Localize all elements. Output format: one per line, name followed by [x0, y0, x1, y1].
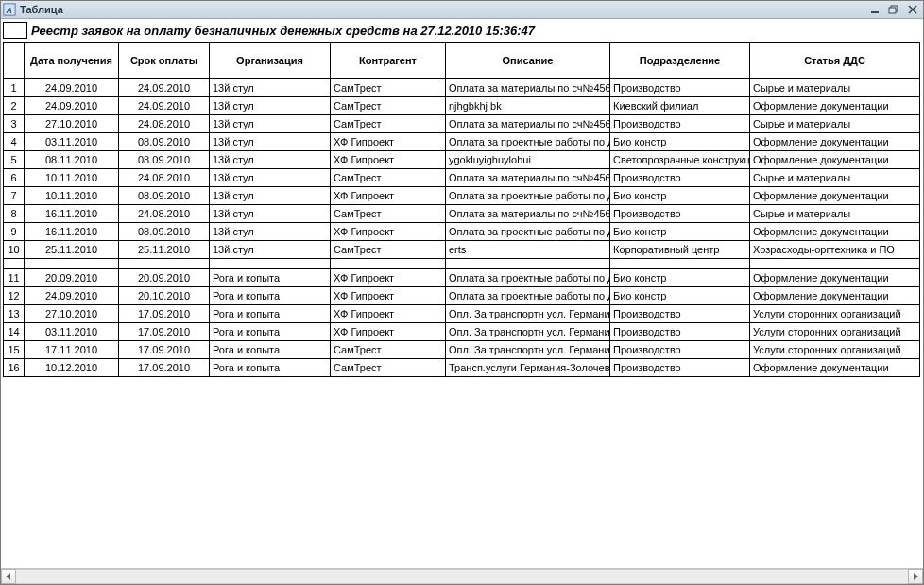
cell-due[interactable]: 24.08.2010	[119, 115, 210, 133]
cell-idx[interactable]: 12	[4, 287, 25, 305]
cell-received[interactable]: 25.11.2010	[25, 241, 119, 259]
cell-due[interactable]: 24.08.2010	[119, 169, 210, 187]
cell-desc[interactable]: Оплата за проектные работы по д	[446, 223, 610, 241]
table-row[interactable]: 816.11.201024.08.201013й стулСамТрестОпл…	[4, 205, 920, 223]
cell-dept[interactable]: Био констр	[610, 269, 750, 287]
cell-counterparty[interactable]: СамТрест	[331, 115, 446, 133]
cell-received[interactable]: 10.12.2010	[25, 359, 119, 377]
cell-dds[interactable]: Услуги сторонних организаций	[750, 341, 920, 359]
table-row[interactable]: 224.09.201024.09.201013й стулСамТрестnjh…	[4, 97, 920, 115]
cell-dds[interactable]: Сырье и материалы	[750, 169, 920, 187]
cell-desc[interactable]: Оплата за материалы по сч№456	[446, 205, 610, 223]
table-row[interactable]: 1224.09.201020.10.2010Рога и копытаХФ Ги…	[4, 287, 920, 305]
cell-org[interactable]: Рога и копыта	[210, 341, 331, 359]
cell-received[interactable]: 27.10.2010	[25, 115, 119, 133]
cell-org[interactable]: 13й стул	[210, 151, 331, 169]
table-row[interactable]: 710.11.201008.09.201013й стулХФ Гипроект…	[4, 187, 920, 205]
cell-dds[interactable]: Оформление документации	[750, 223, 920, 241]
cell-counterparty[interactable]: ХФ Гипроект	[331, 223, 446, 241]
cell-received[interactable]: 27.10.2010	[25, 305, 119, 323]
cell-due[interactable]: 17.09.2010	[119, 305, 210, 323]
cell-received[interactable]: 16.11.2010	[25, 205, 119, 223]
cell-org[interactable]: 13й стул	[210, 223, 331, 241]
report-handle[interactable]	[3, 22, 27, 39]
cell-desc[interactable]: Оплата за проектные работы по д	[446, 133, 610, 151]
cell-idx[interactable]: 10	[4, 241, 25, 259]
cell-dds[interactable]: Оформление документации	[750, 187, 920, 205]
close-button[interactable]	[904, 3, 921, 16]
cell-dept[interactable]: Светопрозрачные конструкц	[610, 151, 750, 169]
cell-due[interactable]: 24.08.2010	[119, 205, 210, 223]
cell-org[interactable]: Рога и копыта	[210, 359, 331, 377]
cell-desc[interactable]: Оплата за материалы по сч№456	[446, 169, 610, 187]
cell-idx[interactable]: 14	[4, 323, 25, 341]
cell-desc[interactable]: Оплата за материалы по сч№456	[446, 115, 610, 133]
cell-dds[interactable]: Оформление документации	[750, 359, 920, 377]
cell-counterparty[interactable]: ХФ Гипроект	[331, 305, 446, 323]
cell-org[interactable]: 13й стул	[210, 169, 331, 187]
cell-received[interactable]: 24.09.2010	[25, 79, 119, 97]
col-received[interactable]: Дата получения	[25, 43, 119, 79]
cell-dept[interactable]: Био констр	[610, 287, 750, 305]
cell-counterparty[interactable]: СамТрест	[331, 241, 446, 259]
cell-dept[interactable]: Производство	[610, 323, 750, 341]
table-row[interactable]: 610.11.201024.08.201013й стулСамТрестОпл…	[4, 169, 920, 187]
cell-desc[interactable]: ygokluyighuylohui	[446, 151, 610, 169]
cell-dept[interactable]: Киевский филиал	[610, 97, 750, 115]
cell-org[interactable]: 13й стул	[210, 187, 331, 205]
cell-dept[interactable]: Производство	[610, 115, 750, 133]
minimize-button[interactable]	[866, 3, 883, 16]
col-desc[interactable]: Описание	[446, 43, 610, 79]
cell-received[interactable]: 10.11.2010	[25, 187, 119, 205]
cell-desc[interactable]: erts	[446, 241, 610, 259]
restore-button[interactable]	[885, 3, 902, 16]
cell-received[interactable]: 08.11.2010	[25, 151, 119, 169]
table-row[interactable]: 124.09.201024.09.201013й стулСамТрестОпл…	[4, 79, 920, 97]
cell-desc[interactable]: Опл. За транспортн усл. Германи	[446, 305, 610, 323]
horizontal-scrollbar[interactable]	[1, 568, 923, 584]
cell-counterparty[interactable]: СамТрест	[331, 205, 446, 223]
titlebar[interactable]: A Таблица	[1, 1, 923, 19]
cell-dept[interactable]: Производство	[610, 205, 750, 223]
table-row[interactable]: 508.11.201008.09.201013й стулХФ Гипроект…	[4, 151, 920, 169]
cell-counterparty[interactable]: ХФ Гипроект	[331, 269, 446, 287]
cell-desc[interactable]: Оплата за материалы по сч№456	[446, 79, 610, 97]
cell-org[interactable]: 13й стул	[210, 205, 331, 223]
cell-desc[interactable]: Опл. За транспортн усл. Германи	[446, 341, 610, 359]
cell-due[interactable]: 08.09.2010	[119, 133, 210, 151]
cell-counterparty[interactable]: СамТрест	[331, 97, 446, 115]
cell-dds[interactable]: Оформление документации	[750, 133, 920, 151]
cell-dept[interactable]: Производство	[610, 341, 750, 359]
cell-org[interactable]: 13й стул	[210, 133, 331, 151]
cell-dept[interactable]: Производство	[610, 169, 750, 187]
table-row[interactable]: 1403.11.201017.09.2010Рога и копытаХФ Ги…	[4, 323, 920, 341]
cell-idx[interactable]: 8	[4, 205, 25, 223]
cell-idx[interactable]: 16	[4, 359, 25, 377]
cell-counterparty[interactable]: ХФ Гипроект	[331, 187, 446, 205]
cell-org[interactable]: Рога и копыта	[210, 305, 331, 323]
cell-received[interactable]: 24.09.2010	[25, 97, 119, 115]
scroll-track[interactable]	[16, 569, 908, 584]
cell-due[interactable]: 17.09.2010	[119, 359, 210, 377]
table-row[interactable]: 1610.12.201017.09.2010Рога и копытаСамТр…	[4, 359, 920, 377]
cell-due[interactable]: 17.09.2010	[119, 341, 210, 359]
cell-org[interactable]: Рога и копыта	[210, 269, 331, 287]
cell-dds[interactable]: Услуги сторонних организаций	[750, 323, 920, 341]
cell-idx[interactable]: 1	[4, 79, 25, 97]
cell-dept[interactable]: Био констр	[610, 133, 750, 151]
cell-counterparty[interactable]: ХФ Гипроект	[331, 323, 446, 341]
cell-dds[interactable]: Услуги сторонних организаций	[750, 305, 920, 323]
cell-due[interactable]: 24.09.2010	[119, 97, 210, 115]
cell-counterparty[interactable]: СамТрест	[331, 169, 446, 187]
cell-dds[interactable]: Оформление документации	[750, 151, 920, 169]
col-dds[interactable]: Статья ДДС	[750, 43, 920, 79]
cell-idx[interactable]: 6	[4, 169, 25, 187]
cell-org[interactable]: 13й стул	[210, 97, 331, 115]
cell-idx[interactable]: 15	[4, 341, 25, 359]
cell-received[interactable]: 17.11.2010	[25, 341, 119, 359]
cell-dept[interactable]: Производство	[610, 305, 750, 323]
cell-idx[interactable]: 7	[4, 187, 25, 205]
cell-counterparty[interactable]: СамТрест	[331, 341, 446, 359]
cell-org[interactable]: 13й стул	[210, 241, 331, 259]
cell-dept[interactable]: Био констр	[610, 187, 750, 205]
